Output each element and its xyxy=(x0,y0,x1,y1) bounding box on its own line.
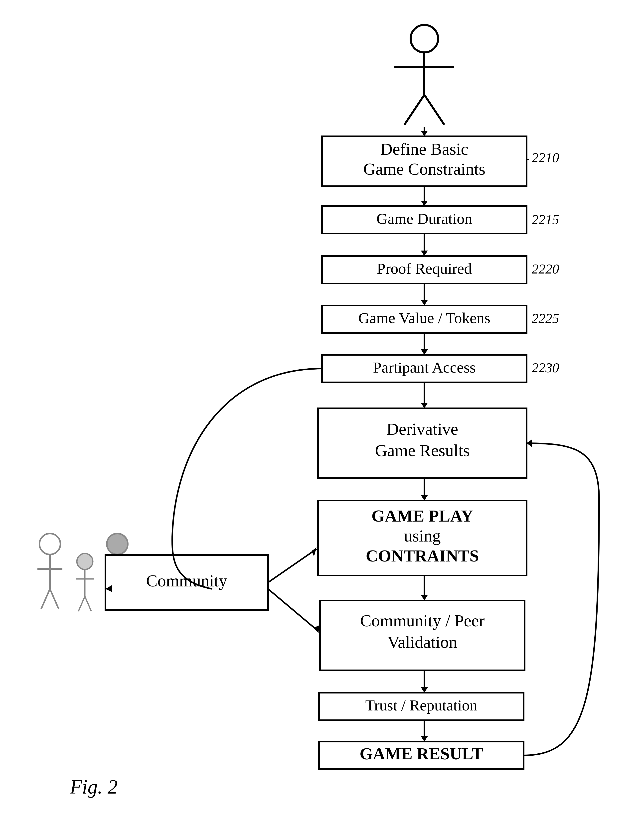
proof-required-label: Proof Required xyxy=(377,260,472,277)
game-play-label1: GAME PLAY xyxy=(371,506,473,525)
community-peer-label2: Validation xyxy=(387,632,457,652)
svg-point-0 xyxy=(411,25,438,52)
participant-access-label: Partipant Access xyxy=(373,359,476,376)
svg-marker-15 xyxy=(421,349,428,355)
svg-marker-17 xyxy=(421,403,428,408)
svg-line-4 xyxy=(424,95,444,125)
svg-marker-9 xyxy=(421,201,428,206)
anno-2230: 2230 xyxy=(532,360,559,375)
svg-marker-6 xyxy=(421,131,428,136)
svg-marker-19 xyxy=(421,495,428,501)
svg-line-43 xyxy=(268,589,319,631)
svg-marker-21 xyxy=(421,595,428,600)
anno-2215: 2215 xyxy=(532,212,559,227)
anno-2225: 2225 xyxy=(532,311,559,326)
fig-label: Fig. 2 xyxy=(70,776,118,798)
diagram-container: Define Basic Game Constraints 2210 Game … xyxy=(0,0,644,822)
svg-line-3 xyxy=(404,95,424,125)
svg-line-29 xyxy=(41,589,50,609)
svg-point-31 xyxy=(77,554,93,569)
svg-marker-44 xyxy=(313,625,319,633)
trust-reputation-label: Trust / Reputation xyxy=(365,697,477,714)
svg-marker-25 xyxy=(421,736,428,742)
svg-line-41 xyxy=(268,549,316,582)
game-result-label: GAME RESULT xyxy=(360,744,483,763)
derivative-game-label2: Game Results xyxy=(375,441,470,460)
svg-marker-42 xyxy=(311,548,316,557)
anno-2220: 2220 xyxy=(532,261,559,277)
svg-marker-13 xyxy=(421,300,428,305)
person-icon xyxy=(394,25,454,125)
community-peer-label1: Community / Peer xyxy=(360,611,485,630)
game-duration-label: Game Duration xyxy=(376,210,472,227)
svg-point-36 xyxy=(107,534,128,554)
svg-line-35 xyxy=(85,596,91,611)
game-play-label3: CONTRAINTS xyxy=(366,546,479,565)
define-basic-label2: Game Constraints xyxy=(363,159,485,178)
svg-line-30 xyxy=(50,589,59,609)
community-label: Community xyxy=(146,571,227,590)
derivative-game-label1: Derivative xyxy=(386,419,458,438)
svg-marker-23 xyxy=(421,687,428,693)
svg-point-26 xyxy=(40,534,60,554)
anno-2210: 2210 xyxy=(532,150,559,165)
define-basic-label: Define Basic xyxy=(380,139,468,158)
svg-line-34 xyxy=(78,596,85,611)
svg-marker-11 xyxy=(421,251,428,256)
svg-marker-46 xyxy=(527,439,532,447)
game-play-label2: using xyxy=(404,526,440,545)
game-value-label: Game Value / Tokens xyxy=(359,309,491,326)
